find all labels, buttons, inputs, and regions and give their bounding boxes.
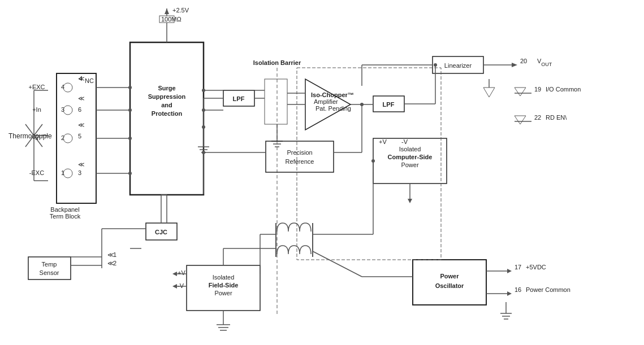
svg-text:≪: ≪ xyxy=(78,121,85,128)
precision-ref-box xyxy=(266,141,334,172)
svg-line-102 xyxy=(313,251,362,277)
pin-plus-in-label: +In xyxy=(32,106,41,113)
svg-text:1: 1 xyxy=(113,251,116,258)
plusv-label: +V xyxy=(379,138,387,145)
svg-marker-65 xyxy=(515,88,526,96)
io-common-label: I/O Common xyxy=(546,86,581,93)
svg-point-113 xyxy=(202,108,205,112)
svg-text:3: 3 xyxy=(78,169,81,176)
block-diagram: Thermocouple +EXC +In -In -EXC 4 3 2 1 4… xyxy=(0,0,644,345)
iso-computer-box xyxy=(373,138,447,184)
precision-ref-label1: Precision xyxy=(287,149,312,156)
pin-minus-in-label: -In xyxy=(33,134,41,141)
rd-en-label: RD EN\ xyxy=(546,114,567,121)
svg-point-63 xyxy=(434,63,437,67)
thermocouple-label: Thermocouple xyxy=(8,132,52,140)
isolation-barrier-inner xyxy=(265,79,287,124)
temp-sensor-label1: Temp xyxy=(42,261,57,268)
pin16-label: 16 xyxy=(515,286,521,293)
pin17-label: 17 xyxy=(515,264,521,270)
svg-text:≪: ≪ xyxy=(78,161,85,168)
svg-marker-81 xyxy=(172,272,177,276)
svg-point-105 xyxy=(371,159,375,163)
pin20-label: 20 xyxy=(520,58,527,64)
linearizer-label: Linearizer xyxy=(444,62,472,69)
transformer-secondary xyxy=(277,246,311,254)
svg-point-23 xyxy=(128,137,132,140)
svg-marker-26 xyxy=(165,8,169,14)
surge-label2: Suppression xyxy=(148,93,186,100)
iso-field-label3: Power xyxy=(214,290,232,296)
cjc-label: CJC xyxy=(155,229,167,235)
plus5vdc-label: +5VDC xyxy=(526,264,546,270)
iso-chopper-label2: Amplifier xyxy=(314,98,338,105)
temp-sensor-label2: Sensor xyxy=(40,269,59,276)
iso-computer-label2: Computer-Side xyxy=(388,154,433,160)
svg-marker-66 xyxy=(483,88,495,97)
power-osc-label1: Power xyxy=(440,273,459,280)
nc-label: NC xyxy=(85,77,94,84)
field-plusv-label: +V xyxy=(178,269,185,276)
svg-point-21 xyxy=(128,86,132,89)
temp-sensor-box xyxy=(28,257,71,280)
lpf2-label: LPF xyxy=(383,101,395,108)
surge-label1: Surge xyxy=(158,85,175,91)
svg-text:5: 5 xyxy=(78,133,81,139)
svg-point-114 xyxy=(202,89,205,92)
svg-marker-60 xyxy=(512,63,517,67)
pin22-label: 22 xyxy=(534,114,541,121)
pin19-label: 19 xyxy=(534,86,541,93)
surge-label4: Protection xyxy=(152,110,183,117)
svg-point-7 xyxy=(63,106,72,115)
svg-point-6 xyxy=(63,83,72,92)
backpanel-label2: Term Block xyxy=(50,213,81,220)
svg-point-22 xyxy=(128,108,132,112)
svg-point-8 xyxy=(63,134,72,143)
r100m-label: 100MΩ xyxy=(161,16,181,23)
svg-point-9 xyxy=(63,169,72,178)
surge-box xyxy=(130,42,204,195)
svg-marker-96 xyxy=(507,291,512,296)
svg-text:2: 2 xyxy=(113,260,116,267)
power-common-label: Power Common xyxy=(526,286,570,293)
precision-ref-label2: Reference xyxy=(286,158,314,165)
iso-field-label2: Field-Side xyxy=(209,282,239,289)
isolation-barrier-label: Isolation Barrier xyxy=(253,59,301,66)
iso-computer-label1: Isolated xyxy=(399,146,421,152)
svg-marker-77 xyxy=(408,199,412,203)
svg-text:6: 6 xyxy=(78,106,81,113)
svg-marker-83 xyxy=(172,284,177,289)
iso-field-label1: Isolated xyxy=(213,274,235,281)
svg-marker-94 xyxy=(507,269,512,273)
backpanel-label: Backpanel xyxy=(50,206,79,213)
plus25v-label: +2.5V xyxy=(172,7,189,14)
surge-label3: and xyxy=(161,102,172,108)
vout-label: VOUT xyxy=(537,58,552,67)
svg-text:≪: ≪ xyxy=(78,75,85,82)
iso-chopper-label3: Pat. Pending xyxy=(315,105,351,112)
svg-marker-69 xyxy=(515,116,526,124)
lpf1-label: LPF xyxy=(233,95,245,102)
pin-minus-exc-label: -EXC xyxy=(29,169,44,176)
transformer-primary xyxy=(277,223,311,232)
pin-plus-exc-label: +EXC xyxy=(28,84,45,90)
svg-point-24 xyxy=(128,172,132,175)
field-minusv-label: -V xyxy=(178,282,184,289)
iso-chopper-label1: Iso-Chopper™ xyxy=(311,91,354,98)
power-osc-label2: Oscillator xyxy=(435,282,464,289)
svg-point-75 xyxy=(360,103,364,106)
minusv-label: -V xyxy=(401,138,408,145)
iso-computer-label3: Power xyxy=(401,161,419,168)
svg-text:≪: ≪ xyxy=(78,95,85,102)
